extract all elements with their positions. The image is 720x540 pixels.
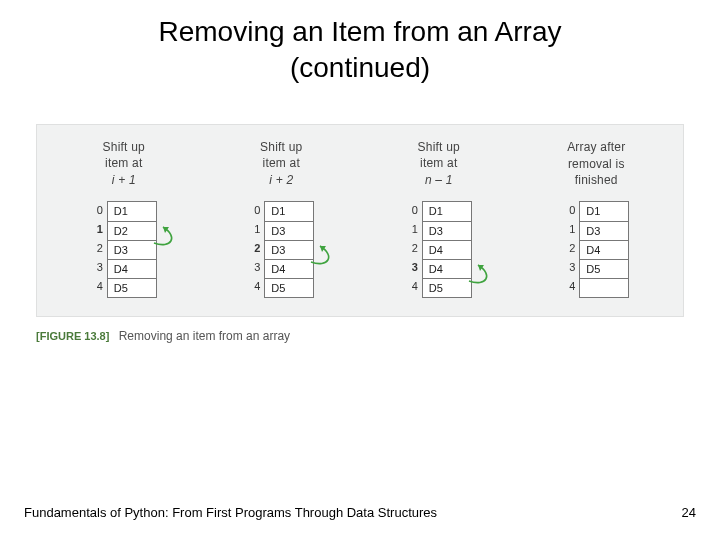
array-cell: D3	[108, 240, 156, 259]
array-cell: D4	[265, 259, 313, 278]
array-cell: D1	[580, 202, 628, 221]
figure-panel: Shift up item at i + 1 0 1 2 3 4 D1 D2	[36, 124, 684, 317]
cells: D1 D2 D3 D4 D5	[107, 201, 157, 298]
cells: D1 D3 D4 D5	[579, 201, 629, 298]
shift-arrow-icon	[466, 257, 506, 297]
column-header: Array after removal is finished	[567, 137, 625, 191]
figure-caption-text: Removing an item from an array	[119, 329, 290, 343]
slide: Removing an Item from an Array (continue…	[0, 0, 720, 540]
array-cell	[580, 278, 628, 297]
cells: D1 D3 D4 D4 D5	[422, 201, 472, 298]
array-cell: D5	[108, 278, 156, 297]
array-cell: D3	[423, 221, 471, 240]
figure-column: Shift up item at n – 1 0 1 2 3 4 D1 D3	[374, 137, 504, 298]
array-cell: D1	[265, 202, 313, 221]
title-line-2: (continued)	[290, 52, 430, 83]
array: 0 1 2 3 4 D1 D3 D4 D5	[563, 201, 629, 298]
column-header: Shift up item at n – 1	[418, 137, 460, 191]
array-cell: D4	[108, 259, 156, 278]
array-cell: D3	[265, 221, 313, 240]
index-column: 0 1 2 3 4	[248, 201, 260, 296]
index-column: 0 1 2 3 4	[406, 201, 418, 296]
figure-columns: Shift up item at i + 1 0 1 2 3 4 D1 D2	[59, 137, 661, 298]
page-number: 24	[682, 505, 696, 520]
title-line-1: Removing an Item from an Array	[158, 16, 561, 47]
array-cell: D2	[108, 221, 156, 240]
svg-marker-2	[478, 265, 484, 271]
array-cell: D1	[108, 202, 156, 221]
figure-column: Shift up item at i + 2 0 1 2 3 4 D1 D3	[217, 137, 347, 298]
array-cell: D4	[423, 240, 471, 259]
figure-column: Array after removal is finished 0 1 2 3 …	[532, 137, 662, 298]
array-cell: D5	[265, 278, 313, 297]
array-cell: D3	[580, 221, 628, 240]
array-cell: D1	[423, 202, 471, 221]
figure-column: Shift up item at i + 1 0 1 2 3 4 D1 D2	[59, 137, 189, 298]
array-cell: D3	[265, 240, 313, 259]
shift-arrow-icon	[151, 219, 191, 259]
array-cell: D4	[423, 259, 471, 278]
column-header: Shift up item at i + 2	[260, 137, 302, 191]
slide-title: Removing an Item from an Array (continue…	[24, 14, 696, 86]
cells: D1 D3 D3 D4 D5	[264, 201, 314, 298]
figure-caption: [FIGURE 13.8] Removing an item from an a…	[36, 329, 684, 343]
svg-marker-0	[163, 227, 169, 233]
slide-footer: Fundamentals of Python: From First Progr…	[24, 505, 696, 520]
svg-marker-1	[320, 246, 326, 252]
array-cell: D5	[423, 278, 471, 297]
shift-arrow-icon	[308, 238, 348, 278]
array: 0 1 2 3 4 D1 D3 D4 D4 D5	[406, 201, 472, 298]
index-column: 0 1 2 3 4	[91, 201, 103, 296]
column-header: Shift up item at i + 1	[103, 137, 145, 191]
figure-tag: [FIGURE 13.8]	[36, 330, 109, 342]
footer-text: Fundamentals of Python: From First Progr…	[24, 505, 437, 520]
array: 0 1 2 3 4 D1 D3 D3 D4 D5	[248, 201, 314, 298]
array: 0 1 2 3 4 D1 D2 D3 D4 D5	[91, 201, 157, 298]
index-column: 0 1 2 3 4	[563, 201, 575, 296]
array-cell: D5	[580, 259, 628, 278]
array-cell: D4	[580, 240, 628, 259]
